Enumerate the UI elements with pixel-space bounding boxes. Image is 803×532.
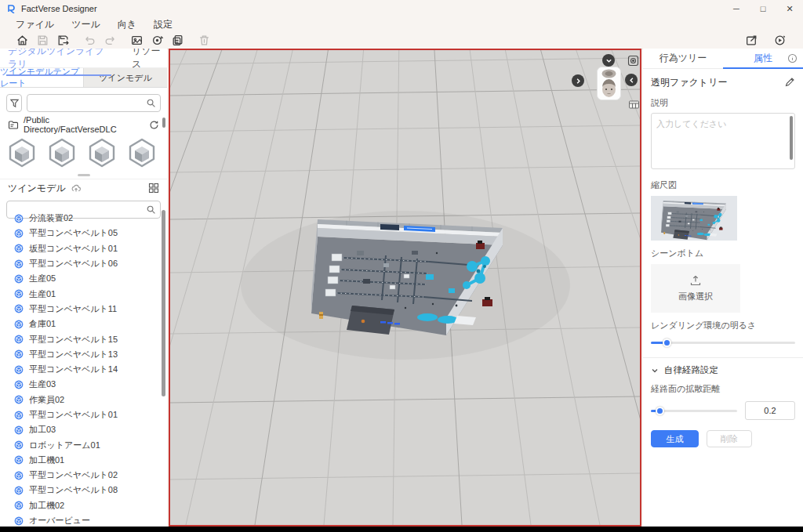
list-item-label: 平型コンベヤベルト14 bbox=[29, 364, 118, 375]
app-logo-icon bbox=[7, 4, 16, 13]
save-icon bbox=[33, 32, 52, 48]
diffusion-label: 経路面の拡散距離 bbox=[651, 383, 795, 395]
template-scrollbar[interactable] bbox=[162, 118, 165, 128]
save-as-icon[interactable] bbox=[53, 32, 72, 48]
twin-template-cube-icon[interactable] bbox=[126, 137, 158, 168]
run-preview-icon[interactable] bbox=[770, 32, 789, 48]
template-search-input[interactable] bbox=[31, 97, 146, 108]
generate-button[interactable]: 生成 bbox=[651, 430, 699, 447]
panel-drag-handle[interactable] bbox=[78, 174, 90, 176]
tab-digital-twin-library[interactable]: デジタルツインライブラリ bbox=[6, 49, 111, 74]
grid-view-icon[interactable] bbox=[148, 183, 159, 194]
twin-template-cube-icon[interactable] bbox=[46, 137, 78, 168]
home-icon[interactable] bbox=[13, 32, 31, 48]
list-item-label: ロボットアーム01 bbox=[29, 440, 100, 451]
diffusion-slider[interactable] bbox=[651, 406, 737, 415]
share-icon[interactable] bbox=[742, 32, 761, 48]
brightness-slider-handle[interactable] bbox=[663, 338, 671, 347]
twin-template-cube-icon[interactable] bbox=[6, 137, 38, 168]
brightness-slider[interactable] bbox=[651, 338, 795, 347]
scene-thumbnail bbox=[651, 196, 737, 241]
tab-behavior-tree[interactable]: 行為ツリー bbox=[643, 49, 723, 68]
directory-path-row[interactable]: /Public Directory/FactVerseDLC bbox=[0, 114, 167, 133]
list-item-label: 加工機01 bbox=[29, 454, 64, 466]
twin-model-section-title: ツインモデル bbox=[8, 182, 66, 195]
orbit-icon[interactable] bbox=[147, 32, 166, 48]
image-select-button[interactable]: 画像選択 bbox=[651, 264, 740, 313]
list-item[interactable]: 生産03 bbox=[0, 377, 161, 392]
list-item[interactable]: 平型コンベヤベルト05 bbox=[0, 226, 161, 241]
menu-orientation[interactable]: 向き bbox=[118, 18, 136, 31]
tab-resources[interactable]: リソース bbox=[130, 49, 167, 74]
list-item[interactable]: 加工機01 bbox=[0, 453, 161, 468]
menu-file[interactable]: ファイル bbox=[16, 18, 54, 31]
twin-model-icon bbox=[14, 455, 24, 465]
scene-image-icon[interactable] bbox=[127, 32, 146, 48]
list-item-label: 坂型コンベヤベルト01 bbox=[29, 243, 118, 255]
list-item[interactable]: 生産01 bbox=[0, 286, 161, 301]
list-item[interactable]: 平型コンベヤベルト08 bbox=[0, 483, 161, 498]
list-item[interactable]: ロボットアーム01 bbox=[0, 437, 161, 452]
list-item[interactable]: 平型コンベヤベルト15 bbox=[0, 331, 161, 346]
textarea-scrollbar[interactable] bbox=[790, 116, 793, 160]
list-item-label: 平型コンベヤベルト01 bbox=[29, 409, 118, 421]
directory-path: /Public Directory/FactVerseDLC bbox=[24, 115, 144, 134]
list-item[interactable]: 倉庫01 bbox=[0, 317, 161, 331]
template-grid bbox=[0, 133, 167, 172]
refresh-icon[interactable] bbox=[149, 120, 159, 130]
rotate-right-button[interactable] bbox=[572, 74, 584, 87]
copy-document-icon[interactable] bbox=[168, 32, 187, 48]
description-textarea[interactable] bbox=[651, 113, 795, 169]
list-item[interactable]: 坂型コンベヤベルト01 bbox=[0, 241, 161, 256]
cloud-upload-icon[interactable] bbox=[71, 183, 82, 194]
app-window: FactVerse Designer ─ □ ✕ ファイル ツール 向き 設定 bbox=[0, 0, 803, 49]
list-item[interactable]: 平型コンベヤベルト14 bbox=[0, 362, 161, 377]
list-item[interactable]: 分流装置02 bbox=[0, 211, 161, 226]
list-item-label: 分流装置02 bbox=[29, 212, 73, 224]
minimize-button[interactable]: ─ bbox=[723, 0, 750, 17]
list-item[interactable]: 加工03 bbox=[0, 422, 161, 437]
info-icon[interactable] bbox=[787, 53, 798, 63]
locate-view-icon[interactable] bbox=[627, 54, 639, 67]
list-item[interactable]: 平型コンベヤベルト11 bbox=[0, 302, 161, 317]
list-scrollbar[interactable] bbox=[162, 210, 165, 396]
factory-scene[interactable] bbox=[311, 219, 503, 335]
view-cube[interactable] bbox=[597, 67, 621, 100]
list-item[interactable]: 加工機02 bbox=[0, 498, 161, 513]
twin-model-icon bbox=[14, 349, 24, 359]
rotate-down-button[interactable] bbox=[602, 54, 615, 67]
twin-model-icon bbox=[14, 335, 24, 344]
list-item-label: 平型コンベヤベルト13 bbox=[29, 349, 118, 360]
list-item[interactable]: 平型コンベヤベルト02 bbox=[0, 468, 161, 483]
rotate-left-button[interactable] bbox=[625, 74, 638, 86]
list-item[interactable]: 平型コンベヤベルト13 bbox=[0, 347, 161, 362]
scene-viewport[interactable] bbox=[169, 49, 641, 527]
list-item[interactable]: オーバービュー bbox=[0, 513, 161, 527]
toolbar bbox=[0, 31, 803, 49]
route-settings-header[interactable]: 自律経路設定 bbox=[651, 364, 795, 376]
list-item-label: 平型コンベヤベルト15 bbox=[29, 334, 118, 346]
menu-tools[interactable]: ツール bbox=[71, 18, 100, 31]
layout-grid-icon[interactable] bbox=[627, 98, 640, 110]
list-item[interactable]: 生産05 bbox=[0, 271, 161, 286]
twin-template-cube-icon[interactable] bbox=[86, 137, 118, 168]
brightness-slider-track[interactable] bbox=[651, 342, 795, 344]
close-button[interactable]: ✕ bbox=[776, 0, 803, 17]
title-bar: FactVerse Designer ─ □ ✕ bbox=[0, 0, 803, 17]
list-item[interactable]: 平型コンベヤベルト01 bbox=[0, 407, 161, 422]
list-item-label: 生産01 bbox=[29, 288, 56, 300]
undo-icon bbox=[80, 32, 99, 48]
list-item[interactable]: 平型コンベヤベルト06 bbox=[0, 256, 161, 271]
menu-settings[interactable]: 設定 bbox=[154, 18, 173, 31]
list-item-label: 加工03 bbox=[29, 424, 56, 436]
filter-button[interactable] bbox=[6, 94, 22, 112]
diffusion-slider-handle[interactable] bbox=[656, 407, 664, 415]
thumbnail-label: 縮尺図 bbox=[651, 179, 795, 191]
list-item[interactable]: 作業員02 bbox=[0, 393, 161, 407]
twin-model-icon bbox=[14, 380, 24, 389]
list-item-label: 平型コンベヤベルト06 bbox=[29, 258, 118, 270]
edit-name-icon[interactable] bbox=[784, 77, 795, 88]
diffusion-value-input[interactable] bbox=[745, 401, 795, 420]
maximize-button[interactable]: □ bbox=[750, 0, 776, 17]
window-title: FactVerse Designer bbox=[21, 4, 97, 13]
